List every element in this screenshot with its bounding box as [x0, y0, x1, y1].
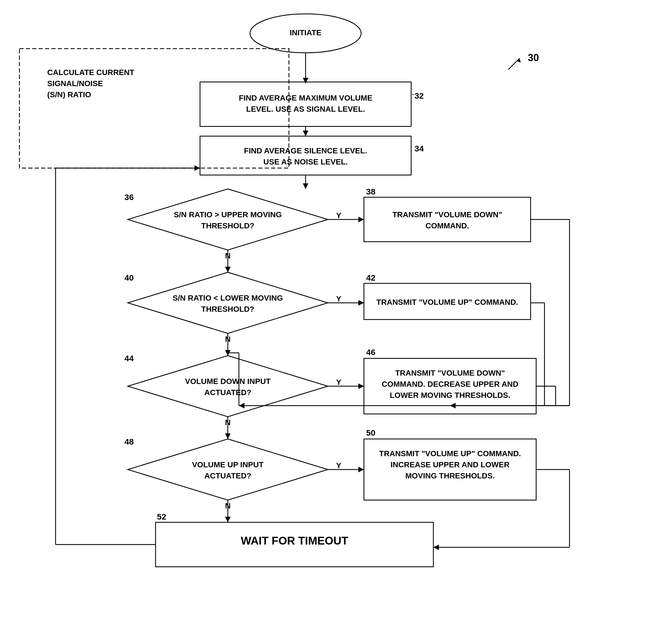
diagram-container: 30 INITIATE CALCULATE CURRENT SIGNAL/NOI… [0, 0, 672, 634]
svg-marker-40 [194, 165, 200, 171]
svg-marker-8 [303, 183, 308, 189]
node-46-label-2: COMMAND. DECREASE UPPER AND [382, 380, 519, 389]
node-36-label-1: S/N RATIO > UPPER MOVING [174, 210, 282, 219]
ref-36: 36 [124, 192, 134, 202]
ref-40: 40 [124, 273, 134, 282]
node-40-label-2: THRESHOLD? [201, 305, 254, 313]
svg-marker-6 [303, 131, 308, 136]
node-50-label-1: TRANSMIT "VOLUME UP" COMMAND. [379, 449, 521, 458]
node-38-label-1: TRANSMIT "VOLUME DOWN" [392, 210, 502, 219]
node-34-label-1: FIND AVERAGE SILENCE LEVEL. [244, 146, 367, 155]
node-46-label-1: TRANSMIT "VOLUME DOWN" [395, 369, 505, 377]
yn-40-y: Y [336, 295, 341, 303]
node-44 [128, 356, 328, 417]
svg-marker-16 [225, 267, 231, 272]
node-36 [128, 189, 328, 250]
ref-34: 34 [414, 144, 424, 153]
ref-38: 38 [366, 187, 375, 196]
node-40 [128, 272, 328, 333]
svg-marker-36 [225, 517, 231, 522]
yn-36-y: Y [336, 211, 341, 220]
yn-44-y: Y [336, 378, 341, 386]
node-50-label-3: MOVING THRESHOLDS. [405, 471, 495, 480]
svg-marker-24 [358, 383, 364, 389]
ref-50: 50 [366, 428, 375, 437]
node-32-label-1: FIND AVERAGE MAXIMUM VOLUME [239, 94, 373, 102]
ref-46: 46 [366, 348, 375, 357]
node-48 [128, 439, 328, 500]
sn-calc-label-2: SIGNAL/NOISE [47, 79, 103, 88]
node-38-label-2: COMMAND. [425, 221, 469, 230]
node-44-label-2: ACTUATED? [204, 388, 251, 397]
ref-44: 44 [124, 354, 134, 363]
node-50 [364, 439, 536, 500]
sn-calc-label-3: (S/N) RATIO [47, 90, 91, 99]
ref-32: 32 [414, 91, 424, 100]
svg-marker-43 [239, 403, 244, 408]
initiate-label: INITIATE [290, 28, 322, 37]
svg-marker-28 [225, 433, 231, 439]
node-32 [200, 82, 411, 126]
node-46-label-3: LOWER MOVING THRESHOLDS. [390, 391, 510, 400]
node-38 [364, 197, 531, 242]
node-34-label-2: USE AS NOISE LEVEL. [263, 158, 348, 166]
ref-48: 48 [124, 437, 134, 446]
node-48-label-1: VOLUME UP INPUT [192, 460, 264, 469]
ref-number-30: 30 [528, 52, 539, 63]
svg-marker-10 [358, 217, 364, 222]
ref-42: 42 [366, 273, 375, 282]
node-42-label: TRANSMIT "VOLUME UP" COMMAND. [377, 298, 518, 306]
node-36-label-2: THRESHOLD? [201, 221, 254, 230]
svg-marker-34 [433, 544, 439, 550]
svg-marker-3 [303, 78, 308, 83]
node-32-label-2: LEVEL. USE AS SIGNAL LEVEL. [246, 105, 365, 113]
node-52-label: WAIT FOR TIMEOUT [241, 535, 349, 547]
sn-calc-label-1: CALCULATE CURRENT [47, 68, 135, 77]
node-48-label-2: ACTUATED? [204, 471, 251, 480]
node-44-label-1: VOLUME DOWN INPUT [185, 377, 270, 385]
node-34 [200, 136, 411, 175]
node-50-label-2: INCREASE UPPER AND LOWER [390, 460, 509, 469]
svg-marker-30 [358, 467, 364, 472]
svg-marker-18 [358, 300, 364, 306]
node-40-label-1: S/N RATIO < LOWER MOVING [173, 293, 283, 302]
ref-52: 52 [157, 512, 166, 521]
yn-48-y: Y [336, 461, 341, 470]
